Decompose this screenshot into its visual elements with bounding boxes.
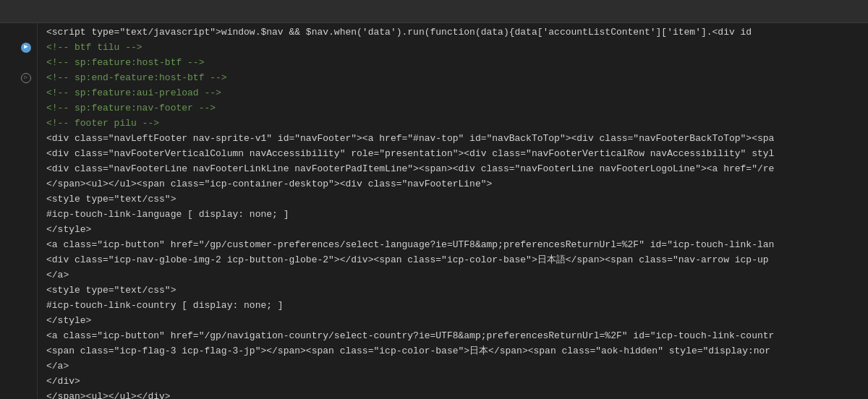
code-segment: <!-- sp:feature:nav-footer --> [46,103,216,113]
code-line: <div class="navFooterVerticalColumn navA… [46,146,868,161]
code-segment: <style type="text/css"> [46,285,176,296]
code-segment: <div class="navFooterVerticalColumn navA… [46,148,774,159]
code-line: <style type="text/css"> [46,192,868,207]
code-segment: <!-- sp:end-feature:host-btf --> [46,72,227,83]
gutter-line [0,25,37,40]
gutter-spacer [22,58,33,68]
code-line: </style> [46,313,868,328]
code-line: <div class="navFooterLine navFooterLinkL… [46,161,868,176]
gutter-line [0,328,37,343]
code-line: #icp-touch-link-country [ display: none;… [46,298,868,313]
code-line: <!-- sp:end-feature:host-btf --> [46,70,868,85]
gutter-line [0,359,37,374]
gutter-spacer [22,361,33,372]
gutter-line [0,343,37,359]
gutter-spacer [22,210,33,220]
code-segment: <!-- btf tilu --> [46,42,142,53]
code-segment: <div class="icp-nav-globe-img-2 icp-butt… [46,254,769,265]
breakpoint-arrow-icon[interactable]: ▷ [21,73,31,83]
gutter-line [0,146,37,161]
code-line: <!-- sp:feature:aui-preload --> [46,85,868,100]
gutter-line: ▶ [0,40,37,55]
code-line: <span class="icp-flag-3 icp-flag-3-jp"><… [46,343,868,359]
code-line: <div class="icp-nav-globe-img-2 icp-butt… [46,252,868,267]
gutter-line [0,237,37,252]
gutter-line [0,313,37,328]
code-segment: <!-- footer pilu --> [46,118,159,129]
play-icon[interactable]: ▶ [21,43,31,53]
gutter-spacer [22,377,33,387]
code-line: <!-- btf tilu --> [46,40,868,55]
code-line: <!-- sp:feature:host-btf --> [46,55,868,70]
code-line: </a> [46,359,868,374]
gutter-line [0,161,37,176]
text-insert-button[interactable] [14,10,23,13]
gutter-line [0,283,37,298]
code-line: #icp-touch-link-language [ display: none… [46,207,868,222]
gutter-line [0,55,37,70]
gutter-line [0,100,37,116]
gutter-spacer [22,392,33,400]
code-segment: <span class="icp-flag-3 icp-flag-3-jp"><… [46,346,770,356]
code-line: </div> [46,374,868,389]
gutter-spacer [22,149,33,159]
gutter-line [0,222,37,237]
code-segment: <style type="text/css"> [46,194,176,205]
code-line: </a> [46,267,868,283]
gutter-spacer [22,331,33,341]
gutter-line [0,192,37,207]
code-segment: #icp-touch-link-language [ display: none… [46,209,289,220]
line-gutter: ▶▷ [0,23,38,399]
gutter-spacer [22,255,33,265]
gutter-spacer [22,301,33,311]
code-segment: <a class="icp-button" href="/gp/navigati… [46,330,774,341]
gutter-spacer [22,134,33,144]
code-segment: </style> [46,224,91,235]
gutter-line [0,176,37,192]
code-line: </span><ul></ul><span class="icp-contain… [46,176,868,192]
gutter-line [0,374,37,389]
code-segment: <!-- sp:feature:aui-preload --> [46,87,221,98]
gutter-spacer [22,270,33,280]
gutter-line [0,267,37,283]
code-segment: <a class="icp-button" href="/gp/customer… [46,239,774,250]
gutter-spacer [22,119,33,129]
code-line: </span><ul></ul></div> [46,389,868,399]
gutter-spacer [22,103,33,113]
code-segment: <script type="text/javascript">window.$n… [46,27,752,38]
gutter-spacer [22,240,33,250]
code-segment: </div> [46,376,80,387]
gutter-spacer [22,88,33,98]
code-line: <div class="navLeftFooter nav-sprite-v1"… [46,131,868,146]
gutter-line [0,85,37,100]
code-line: <a class="icp-button" href="/gp/navigati… [46,328,868,343]
code-line: <!-- footer pilu --> [46,116,868,131]
code-segment: </a> [46,361,69,372]
code-line: <style type="text/css"> [46,283,868,298]
gutter-spacer [22,179,33,189]
code-segment: #icp-touch-link-country [ display: none;… [46,300,284,311]
gutter-spacer [22,27,33,38]
code-line: <script type="text/javascript">window.$n… [46,25,868,40]
code-content[interactable]: <script type="text/javascript">window.$n… [38,23,868,399]
gutter-spacer [22,286,33,296]
code-segment: </span><ul></ul><span class="icp-contain… [46,179,492,189]
code-segment: </a> [46,270,69,280]
code-container: ▶▷ <script type="text/javascript">window… [0,23,868,399]
gutter-line [0,131,37,146]
gutter-spacer [22,194,33,205]
toolbar [0,0,868,23]
gutter-line [0,298,37,313]
gutter-spacer [22,316,33,326]
code-line: <a class="icp-button" href="/gp/customer… [46,237,868,252]
code-line: <!-- sp:feature:nav-footer --> [46,100,868,116]
gutter-spacer [22,225,33,235]
gutter-spacer [22,346,33,356]
code-segment: <div class="navLeftFooter nav-sprite-v1"… [46,133,774,144]
gutter-line [0,207,37,222]
gutter-line [0,116,37,131]
code-segment: <!-- sp:feature:host-btf --> [46,57,204,68]
code-line: </style> [46,222,868,237]
gutter-line [0,252,37,267]
gutter-spacer [22,164,33,174]
